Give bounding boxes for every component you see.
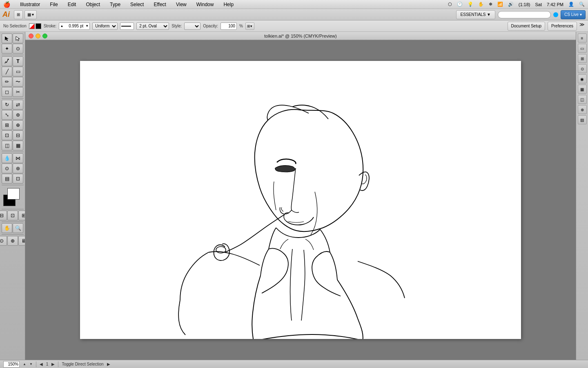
app-toolbar: Ai ⊞ ▦ ▾ ESSENTIALS ▼ CS Live ▾ [0,9,588,20]
opacity-input[interactable] [220,22,237,30]
menu-view[interactable]: View [174,2,188,7]
monitor-btn[interactable]: 🖥 [18,236,26,246]
screen-mode-btn[interactable]: ⊟ [0,211,7,220]
hand-tool[interactable]: ✋ [2,223,12,233]
stroke-down-icon[interactable]: ▼ [85,24,89,28]
menubar-time: Sat [535,2,542,7]
menu-help[interactable]: Help [222,2,235,7]
opacity-options-icon[interactable]: ⊞▾ [245,22,254,30]
user-icon[interactable]: 👤 [568,2,574,7]
zoom-input[interactable] [3,361,20,368]
gradient-tool[interactable]: ◫ [2,141,12,150]
fill-swatch[interactable] [7,188,20,200]
wifi-icon[interactable]: 📶 [497,2,503,7]
stroke-color-icon[interactable] [29,23,35,29]
page-next-icon[interactable]: ▶ [51,362,55,366]
line-segment-tool[interactable]: ╱ [2,67,12,76]
panel-btn-3[interactable]: ⊞ [578,54,587,63]
panel-btn-8[interactable]: ⊕ [578,105,587,114]
opacity-percent: % [239,24,243,28]
menu-edit[interactable]: Edit [66,2,78,7]
blend-tool[interactable]: ⋈ [13,153,23,163]
volume-icon[interactable]: 🔊 [508,2,514,7]
svg-point-0 [8,59,9,60]
panel-btn-4[interactable]: ⊙ [578,64,587,73]
panel-btn-6[interactable]: ▦ [578,85,587,94]
shape-builder-tool[interactable]: ⊕ [13,120,23,130]
screen-mode-2-btn[interactable]: ⊡ [7,211,18,220]
drawing-canvas[interactable] [25,40,576,360]
window-close-button[interactable] [29,34,33,38]
eyedropper-tool[interactable]: 💧 [2,153,12,163]
pencil-tool[interactable]: ✏ [2,77,12,87]
menubar-right: ⬡ 🕐 💡 ✋ ❄ 📶 🔊 (1:18) Sat 7:42 PM 👤 🔍 [448,2,585,7]
stroke-type-select[interactable]: Uniform [92,22,118,30]
apple-menu[interactable]: 🍎 [3,1,10,8]
panel-btn-5[interactable]: ◉ [578,74,587,83]
document-setup-button[interactable]: Document Setup [508,22,546,31]
eraser-tool[interactable]: ◻ [2,87,12,97]
brush-type-select[interactable]: 2 pt. Oval [136,22,169,30]
direct-select-tool[interactable] [13,34,23,43]
panel-btn-2[interactable]: ▭ [578,44,587,53]
artboard-tool[interactable]: ⊡ [13,174,23,184]
menu-window[interactable]: Window [195,2,216,7]
status-separator-2 [58,361,58,367]
perspective-tool[interactable]: ⊡ [2,130,12,140]
rotate-tool[interactable]: ↻ [2,100,12,110]
lasso-tool[interactable]: ⊙ [13,44,23,54]
preferences-button[interactable]: Preferences [548,22,577,31]
type-tool[interactable]: T [13,56,23,66]
column-graph-tool[interactable]: ▤ [2,174,12,184]
collapse-panel-icon[interactable]: ≫ [579,22,585,31]
window-maximize-button[interactable] [42,34,47,38]
selection-tool[interactable] [2,34,12,43]
cs-live-button[interactable]: CS Live ▾ [561,10,586,19]
menu-illustrator[interactable]: Illustrator [18,2,42,7]
screen-mode-3-btn[interactable]: ⊞ [18,211,26,220]
mesh-tool[interactable]: ⊟ [13,130,23,140]
rect-tool[interactable]: ▭ [13,67,23,76]
status-expand-icon[interactable]: ▶ [107,362,110,366]
panel-btn-9[interactable]: ▤ [578,115,587,124]
scissors-tool[interactable]: ✂ [13,87,23,97]
page-prev-icon[interactable]: ◀ [40,362,43,366]
grid-view-button[interactable]: ▦ ▾ [24,10,37,19]
menu-file[interactable]: File [48,2,59,7]
dropbox-icon[interactable]: ⬡ [448,2,452,7]
window-minimize-button[interactable] [36,34,40,38]
zoom-down-icon[interactable]: ▼ [29,362,33,366]
panel-btn-7[interactable]: ◫ [578,95,587,104]
stroke-up-icon[interactable]: ▲ [59,24,64,28]
menu-effect[interactable]: Effect [152,2,167,7]
warp-tool[interactable]: ⊛ [13,110,23,120]
arrange-button[interactable]: ⊞ [14,10,23,19]
search-icon[interactable]: 🔍 [579,2,585,7]
essentials-button[interactable]: ESSENTIALS ▼ [456,10,495,19]
symbol-sprayer-tool[interactable]: ⊛ [13,164,23,173]
menu-type[interactable]: Type [108,2,122,7]
scale-tool[interactable]: ⤡ [2,110,12,120]
bluetooth-icon[interactable]: ❄ [489,2,492,7]
live-paint-tool[interactable]: ⊙ [2,164,12,173]
fit-artboard-btn[interactable]: ⊙ [0,236,7,246]
search-input[interactable] [498,11,551,18]
graph-tool[interactable]: ▦ [13,141,23,150]
reflect-tool[interactable]: ⇄ [13,100,23,110]
panel-btn-1[interactable]: ≡ [578,34,587,43]
menu-object[interactable]: Object [84,2,102,7]
stroke-value-input[interactable] [64,23,85,29]
smooth-tool[interactable]: 〜 [13,77,23,87]
fill-color-icon[interactable] [36,23,41,29]
free-transform-tool[interactable]: ⊞ [2,120,12,130]
zoom-tool[interactable]: 🔍 [13,223,23,233]
magic-wand-tool[interactable]: ✦ [2,44,12,54]
actual-size-btn[interactable]: ⊕ [7,236,18,246]
zoom-up-icon[interactable]: ▲ [23,362,26,366]
menu-select[interactable]: Select [129,2,145,7]
spotlight-icon[interactable]: 💡 [468,2,473,7]
style-select[interactable] [184,22,200,30]
audio-icon[interactable]: ✋ [478,2,484,7]
grid-dropdown-icon: ▾ [32,12,34,17]
pen-tool[interactable] [2,56,12,66]
